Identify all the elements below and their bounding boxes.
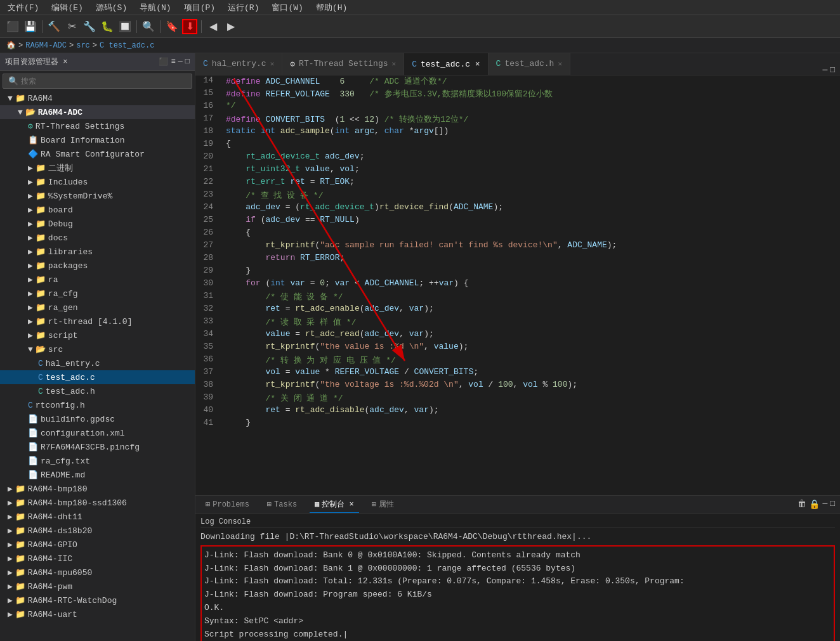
search-input[interactable] [21, 77, 187, 86]
toolbar-wrench-btn[interactable]: 🔧 [82, 19, 97, 34]
tree-item-ra6m4-adc[interactable]: ▼ 📂 RA6M4-ADC [0, 105, 195, 119]
toolbar-new-btn[interactable]: ⬛ [5, 19, 20, 34]
tab-console[interactable]: ▦ 控制台 × [310, 496, 359, 513]
menu-window[interactable]: 窗口(W) [269, 1, 305, 15]
chevron-right-icon15: ▶ [8, 484, 13, 494]
menu-source[interactable]: 源码(S) [93, 1, 129, 15]
tree-item-rtc-watchdog[interactable]: ▶ 📁 RA6M4-RTC-WatchDog [0, 593, 195, 607]
tab-hal-entry[interactable]: C hal_entry.c ✕ [195, 53, 282, 75]
tree-item-bmp180[interactable]: ▶ 📁 RA6M4-bmp180 [0, 482, 195, 496]
tree-item-binary[interactable]: ▶ 📁 二进制 [0, 161, 195, 175]
sidebar-menu-icon[interactable]: ≡ [171, 57, 175, 67]
tree-item-mpu6050[interactable]: ▶ 📁 RA6M4-mpu6050 [0, 566, 195, 579]
tree-item-docs[interactable]: ▶ 📁 docs [0, 231, 195, 245]
tree-item-ra[interactable]: ▶ 📁 ra [0, 273, 195, 287]
toolbar-bookmark-btn[interactable]: 🔖 [164, 19, 180, 34]
folder-icon11: 📁 [36, 288, 46, 299]
tab-close-icon2[interactable]: ✕ [392, 60, 397, 68]
menu-nav[interactable]: 导航(N) [137, 1, 173, 15]
tree-item-bmp180-ssd1306[interactable]: ▶ 📁 RA6M4-bmp180-ssd1306 [0, 496, 195, 510]
file-md-icon: 📄 [28, 470, 38, 480]
folder-icon9: 📁 [36, 261, 46, 271]
toolbar-save-btn[interactable]: 💾 [23, 19, 38, 34]
tree-label: RA6M4 [28, 94, 53, 103]
tree-item-debug[interactable]: ▶ 📁 Debug [0, 217, 195, 231]
toolbar-build-btn[interactable]: 🔨 [46, 19, 62, 34]
clear-console-icon[interactable]: 🗑 [797, 499, 806, 510]
sidebar-collapse-icon[interactable]: ⬛ [159, 57, 168, 67]
tab-label: Tasks [274, 500, 297, 509]
toolbar-clean-btn[interactable]: ✂ [64, 19, 79, 34]
code-line-16: 16 */ [195, 101, 840, 113]
editor-maximize-icon[interactable]: □ [830, 65, 835, 75]
panel-minimize-icon[interactable]: ─ [822, 499, 827, 510]
scroll-lock-icon[interactable]: 🔒 [809, 499, 820, 510]
chevron-down-icon2: ▼ [28, 345, 33, 354]
tree-item-packages[interactable]: ▶ 📁 packages [0, 259, 195, 273]
tree-item-iic[interactable]: ▶ 📁 RA6M4-IIC [0, 552, 195, 566]
tree-item-ra6m4[interactable]: ▼ 📁 RA6M4 [0, 91, 195, 105]
tree-item-ra-smart[interactable]: 🔷 RA Smart Configurator [0, 147, 195, 161]
menu-help[interactable]: 帮助(H) [313, 1, 350, 15]
tree-item-script[interactable]: ▶ 📁 script [0, 328, 195, 342]
toolbar-back-btn[interactable]: ◀ [206, 19, 221, 34]
breadcrumb-src[interactable]: src [76, 41, 90, 50]
tree-item-test-adc-h[interactable]: C test_adc.h [0, 384, 195, 398]
menu-run[interactable]: 运行(R) [225, 1, 261, 15]
menu-project[interactable]: 项目(P) [181, 1, 218, 15]
tree-item-buildinfo[interactable]: 📄 buildinfo.gpdsc [0, 412, 195, 426]
tree-item-libraries[interactable]: ▶ 📁 libraries [0, 245, 195, 259]
tree-item-ds18b20[interactable]: ▶ 📁 RA6M4-ds18b20 [0, 524, 195, 538]
tree-item-rt-thread-settings[interactable]: ⚙ RT-Thread Settings [0, 119, 195, 133]
menu-edit[interactable]: 编辑(E) [49, 1, 85, 15]
tree-item-ra-cfg[interactable]: ▶ 📁 ra_cfg [0, 287, 195, 301]
tree-label: script [48, 331, 78, 340]
tab-c-icon2: C [412, 60, 417, 69]
tree-item-ra-gen[interactable]: ▶ 📁 ra_gen [0, 301, 195, 314]
toolbar-download-btn[interactable]: ⬇ [182, 19, 197, 34]
tree-item-includes[interactable]: ▶ 📁 Includes [0, 175, 195, 189]
tree-item-ra-cfg-txt[interactable]: 📄 ra_cfg.txt [0, 454, 195, 468]
tree-item-dht11[interactable]: ▶ 📁 RA6M4-dht11 [0, 510, 195, 524]
toolbar-debug-btn[interactable]: 🐛 [100, 19, 115, 34]
tab-test-adc-c[interactable]: C test_adc.c × [404, 53, 488, 75]
tree-item-board[interactable]: ▶ 📁 board [0, 203, 195, 217]
breadcrumb-file[interactable]: C test_adc.c [100, 41, 154, 50]
toolbar-search-btn[interactable]: 🔍 [141, 19, 156, 34]
sidebar-minimize-icon[interactable]: ─ [178, 57, 183, 67]
code-line-32: 32 ret = rt_adc_enable(adc_dev, var); [195, 304, 840, 316]
folder-icon20: 📁 [15, 554, 25, 564]
tree-item-gpio[interactable]: ▶ 📁 RA6M4-GPIO [0, 538, 195, 552]
tree-item-readme[interactable]: 📄 README.md [0, 468, 195, 482]
tree-item-pwm[interactable]: ▶ 📁 RA6M4-pwm [0, 579, 195, 593]
tree-item-hal-entry[interactable]: C hal_entry.c [0, 356, 195, 370]
tab-rt-thread-settings[interactable]: ⚙ RT-Thread Settings ✕ [282, 53, 404, 75]
tree-item-config-xml[interactable]: 📄 configuration.xml [0, 426, 195, 440]
tab-properties[interactable]: ⊞ 属性 [367, 496, 399, 512]
code-editor[interactable]: 14 #define ADC_CHANNEL 6 /* ADC 通道个数*/ 1… [195, 75, 840, 495]
sidebar-search-box[interactable]: 🔍 [3, 74, 192, 89]
tab-tasks[interactable]: ⊞ Tasks [262, 497, 302, 512]
toolbar-forward-btn[interactable]: ▶ [223, 19, 239, 34]
breadcrumb-ra6m4-adc[interactable]: RA6M4-ADC [25, 41, 67, 50]
panel-maximize-icon[interactable]: □ [830, 499, 835, 510]
tree-item-rt-thread[interactable]: ▶ 📁 rt-thread [4.1.0] [0, 314, 195, 328]
tree-item-sysdrive[interactable]: ▶ 📁 %SystemDrive% [0, 189, 195, 203]
tree-item-uart[interactable]: ▶ 📁 RA6M4-uart [0, 607, 195, 621]
toolbar-chip-btn[interactable]: 🔲 [117, 19, 133, 34]
tree-label: docs [48, 233, 68, 243]
sidebar-maximize-icon[interactable]: □ [185, 57, 190, 67]
editor-minimize-icon[interactable]: ─ [822, 65, 827, 75]
tree-label: README.md [41, 470, 85, 480]
tree-item-src[interactable]: ▼ 📂 src [0, 342, 195, 356]
tree-label: R7FA6M4AF3CFB.pincfg [41, 443, 140, 452]
tree-item-test-adc-c[interactable]: C test_adc.c [0, 370, 195, 384]
tab-test-adc-h[interactable]: C test_adc.h ✕ [489, 53, 570, 75]
tab-problems[interactable]: ⊞ Problems [200, 497, 254, 512]
tree-item-rtconfig[interactable]: C rtconfig.h [0, 398, 195, 412]
tab-close-icon[interactable]: ✕ [270, 60, 275, 68]
tab-close-icon3[interactable]: ✕ [558, 60, 562, 68]
tree-item-board-info[interactable]: 📋 Board Information [0, 133, 195, 147]
menu-file[interactable]: 文件(F) [5, 1, 41, 15]
tree-item-pincfg[interactable]: 📄 R7FA6M4AF3CFB.pincfg [0, 440, 195, 454]
